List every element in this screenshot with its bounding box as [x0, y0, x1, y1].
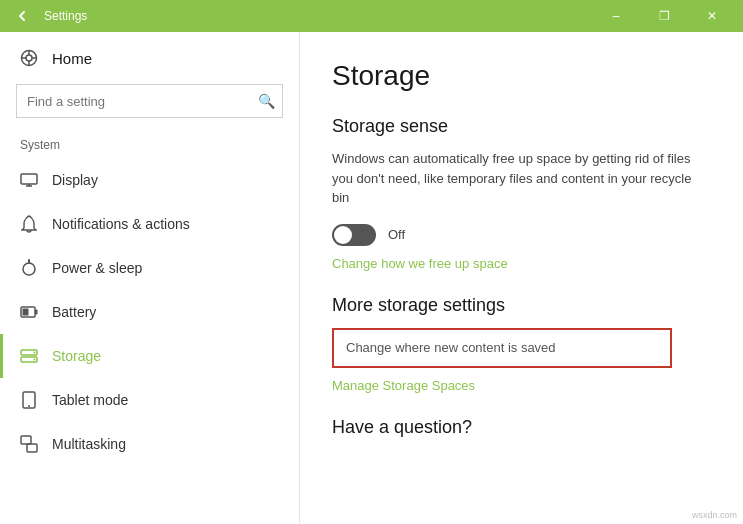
sidebar-item-label-battery: Battery — [52, 304, 96, 320]
svg-rect-12 — [35, 310, 38, 315]
svg-rect-13 — [23, 309, 29, 316]
tablet-icon — [20, 391, 38, 409]
page-title: Storage — [332, 60, 711, 92]
sidebar-item-notifications[interactable]: Notifications & actions — [0, 202, 299, 246]
sidebar-item-multitasking[interactable]: Multitasking — [0, 422, 299, 466]
storage-icon — [20, 347, 38, 365]
toggle-off-label: Off — [388, 227, 405, 242]
battery-icon — [20, 303, 38, 321]
sidebar-item-label-tablet: Tablet mode — [52, 392, 128, 408]
minimize-button[interactable]: – — [593, 0, 639, 32]
sidebar-item-label-display: Display — [52, 172, 98, 188]
back-button[interactable] — [8, 2, 36, 30]
sidebar-item-battery[interactable]: Battery — [0, 290, 299, 334]
svg-rect-6 — [21, 174, 37, 184]
sidebar-item-label-storage: Storage — [52, 348, 101, 364]
sidebar-item-label-notifications: Notifications & actions — [52, 216, 190, 232]
close-button[interactable]: ✕ — [689, 0, 735, 32]
search-icon: 🔍 — [258, 93, 275, 109]
multitasking-icon — [20, 435, 38, 453]
svg-rect-20 — [21, 436, 31, 444]
maximize-button[interactable]: ❐ — [641, 0, 687, 32]
svg-point-1 — [26, 55, 32, 61]
power-icon — [20, 259, 38, 277]
svg-point-16 — [34, 352, 36, 354]
storage-sense-toggle-row: Off — [332, 224, 711, 246]
sidebar-item-tablet[interactable]: Tablet mode — [0, 378, 299, 422]
search-box: 🔍 — [16, 84, 283, 118]
sidebar-item-display[interactable]: Display — [0, 158, 299, 202]
titlebar: Settings – ❐ ✕ — [0, 0, 743, 32]
notifications-icon — [20, 215, 38, 233]
sidebar-item-label-power: Power & sleep — [52, 260, 142, 276]
window-controls: – ❐ ✕ — [593, 0, 735, 32]
svg-point-17 — [34, 359, 36, 361]
storage-sense-toggle[interactable] — [332, 224, 376, 246]
search-input[interactable] — [16, 84, 283, 118]
home-icon — [20, 49, 38, 67]
sidebar-item-power[interactable]: Power & sleep — [0, 246, 299, 290]
main-content: Storage Storage sense Windows can automa… — [300, 32, 743, 524]
home-label: Home — [52, 50, 92, 67]
sidebar: Home 🔍 System Display — [0, 32, 300, 524]
change-content-label: Change where new content is saved — [346, 340, 556, 355]
storage-sense-title: Storage sense — [332, 116, 711, 137]
storage-sense-description: Windows can automatically free up space … — [332, 149, 711, 208]
svg-point-9 — [23, 263, 35, 275]
svg-rect-21 — [27, 444, 37, 452]
titlebar-title: Settings — [44, 9, 593, 23]
sidebar-section-label: System — [0, 126, 299, 158]
sidebar-item-label-multitasking: Multitasking — [52, 436, 126, 452]
have-a-question-title: Have a question? — [332, 417, 711, 438]
more-storage-title: More storage settings — [332, 295, 711, 316]
sidebar-item-home[interactable]: Home — [0, 32, 299, 84]
app-body: Home 🔍 System Display — [0, 32, 743, 524]
svg-point-19 — [28, 405, 30, 407]
sidebar-item-storage[interactable]: Storage — [0, 334, 299, 378]
change-freespace-link[interactable]: Change how we free up space — [332, 256, 711, 271]
manage-storage-link[interactable]: Manage Storage Spaces — [332, 378, 711, 393]
change-content-location-link[interactable]: Change where new content is saved — [332, 328, 672, 368]
display-icon — [20, 171, 38, 189]
